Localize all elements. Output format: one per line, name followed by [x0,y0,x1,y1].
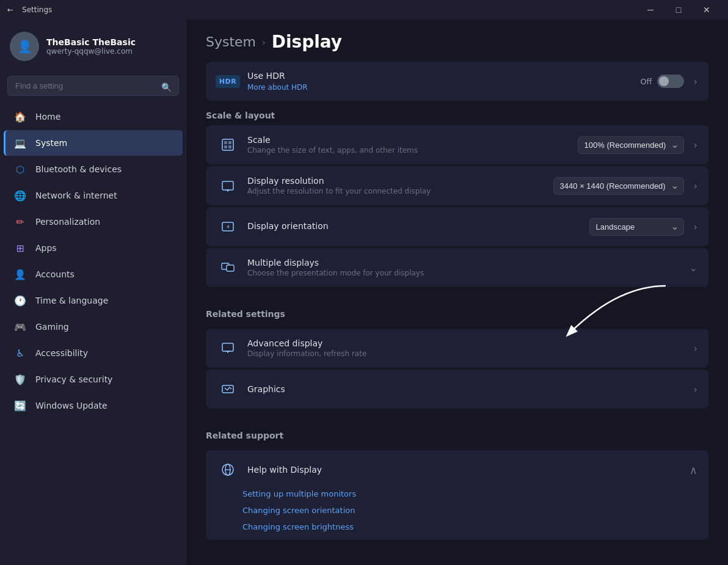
sidebar-item-label: Accounts [35,269,173,279]
orientation-control: Landscape Portrait Landscape (flipped) P… [589,218,697,236]
maximize-button[interactable]: □ [664,0,693,20]
hdr-setting-row[interactable]: HDR Use HDR More about HDR Off › [206,62,708,101]
system-icon: 💻 [13,136,27,150]
time-icon: 🕐 [13,294,27,307]
advanced-display-label: Advanced display [247,338,689,348]
multiple-displays-row[interactable]: Multiple displays Choose the presentatio… [206,248,708,287]
hdr-off-label: Off [640,77,652,86]
help-display-section: Help with Display ∧ Setting up multiple … [206,450,708,540]
svg-line-17 [227,387,230,390]
user-profile: 👤 TheBasic TheBasic qwerty-qqqw@live.com [0,20,186,71]
network-icon: 🌐 [13,189,27,202]
home-icon: 🏠 [13,110,27,123]
multiple-displays-icon [217,257,239,279]
sidebar-nav: 🏠 Home 💻 System ⬡ Bluetooth & devices 🌐 … [0,103,186,419]
help-display-header[interactable]: Help with Display ∧ [206,450,708,489]
orientation-label: Display orientation [247,221,589,231]
scale-chevron-right-icon: › [694,139,697,151]
graphics-text: Graphics [247,384,689,394]
scale-dropdown-wrapper: 100% (Recommended) 125% 150% [578,136,684,154]
resolution-sublabel: Adjust the resolution to fit your connec… [247,187,553,195]
help-link-screen-orientation[interactable]: Changing screen orientation [242,506,697,515]
scale-layout-title: Scale & layout [206,111,708,120]
help-display-text: Help with Display [247,465,690,475]
advanced-display-row[interactable]: Advanced display Display information, re… [206,329,708,368]
sidebar-item-bluetooth[interactable]: ⬡ Bluetooth & devices [4,156,183,182]
svg-rect-12 [222,343,233,351]
graphics-control: › [689,384,697,395]
hdr-chevron-right-icon: › [694,76,697,87]
user-name: TheBasic TheBasic [46,37,136,47]
help-display-chevron-up-icon: ∧ [690,464,697,476]
sidebar-item-label: Windows Update [35,401,173,410]
svg-rect-10 [227,265,234,271]
minimize-button[interactable]: ─ [636,0,664,20]
apps-icon: ⊞ [13,241,27,255]
sidebar-item-network[interactable]: 🌐 Network & internet [4,183,183,208]
hdr-more-link[interactable]: More about HDR [247,83,308,92]
personalization-icon: ✏️ [13,215,27,228]
sidebar-item-system[interactable]: 💻 System [4,130,183,156]
graphics-row[interactable]: Graphics › [206,370,708,409]
sidebar-item-label: Apps [35,243,173,253]
breadcrumb-arrow: › [262,37,266,47]
multiple-displays-text: Multiple displays Choose the presentatio… [247,258,685,277]
titlebar-title: Settings [22,5,52,14]
svg-line-16 [225,388,227,390]
search-icon: 🔍 [161,82,172,92]
resolution-setting-row[interactable]: Display resolution Adjust the resolution… [206,166,708,205]
settings-section-hdr: HDR Use HDR More about HDR Off › [186,62,728,101]
help-display-links: Setting up multiple monitors Changing sc… [206,489,708,540]
hdr-text: Use HDR More about HDR [247,71,640,92]
hdr-toggle[interactable] [657,75,684,88]
sidebar-item-time[interactable]: 🕐 Time & language [4,288,183,313]
orientation-dropdown[interactable]: Landscape Portrait Landscape (flipped) P… [589,218,684,236]
help-display-icon [217,459,239,481]
sidebar-item-personalization[interactable]: ✏️ Personalization [4,209,183,235]
resolution-control: 3440 × 1440 (Recommended) 2560 × 1440 19… [553,177,697,195]
app-container: 👤 TheBasic TheBasic qwerty-qqqw@live.com… [0,20,728,565]
svg-rect-4 [228,145,231,148]
sidebar-item-update[interactable]: 🔄 Windows Update [4,393,183,418]
bluetooth-icon: ⬡ [13,162,27,176]
sidebar: 👤 TheBasic TheBasic qwerty-qqqw@live.com… [0,20,186,565]
close-button[interactable]: ✕ [693,0,721,20]
multiple-displays-label: Multiple displays [247,258,685,268]
sidebar-item-apps[interactable]: ⊞ Apps [4,235,183,261]
scale-text: Scale Change the size of text, apps, and… [247,135,578,155]
graphics-label: Graphics [247,384,689,394]
help-link-multiple-monitors[interactable]: Setting up multiple monitors [242,489,697,498]
svg-rect-5 [222,181,233,190]
orientation-icon [217,216,239,238]
graphics-icon [217,378,239,400]
back-icon[interactable]: ← [7,5,13,14]
orientation-setting-row[interactable]: Display orientation Landscape Portrait L… [206,207,708,246]
related-settings-title: Related settings [206,297,708,324]
help-link-screen-brightness[interactable]: Changing screen brightness [242,522,697,531]
sidebar-item-privacy[interactable]: 🛡️ Privacy & security [4,366,183,392]
svg-rect-2 [224,145,227,148]
svg-rect-1 [224,141,227,144]
sidebar-item-label: Time & language [35,296,173,305]
search-input[interactable] [7,76,179,96]
resolution-dropdown[interactable]: 3440 × 1440 (Recommended) 2560 × 1440 19… [553,177,684,195]
accounts-icon: 👤 [13,268,27,281]
hdr-label: Use HDR [247,71,640,81]
titlebar-controls: ─ □ ✕ [636,0,721,20]
scale-setting-row[interactable]: Scale Change the size of text, apps, and… [206,125,708,164]
multiple-displays-chevron-down-icon: ⌄ [690,262,697,274]
sidebar-item-accounts[interactable]: 👤 Accounts [4,261,183,287]
user-email: qwerty-qqqw@live.com [46,47,136,56]
svg-rect-3 [228,141,231,144]
sidebar-item-gaming[interactable]: 🎮 Gaming [4,314,183,340]
sidebar-item-home[interactable]: 🏠 Home [4,104,183,129]
scale-dropdown[interactable]: 100% (Recommended) 125% 150% [578,136,684,154]
advanced-display-text: Advanced display Display information, re… [247,338,689,358]
titlebar: ← Settings ─ □ ✕ [0,0,728,20]
hdr-control: Off › [640,75,697,88]
sidebar-item-accessibility[interactable]: ♿ Accessibility [4,340,183,366]
sidebar-item-label: Accessibility [35,348,173,358]
settings-section-related: Related settings Advanced [186,297,728,409]
orientation-dropdown-wrapper: Landscape Portrait Landscape (flipped) P… [589,218,684,236]
privacy-icon: 🛡️ [13,373,27,386]
